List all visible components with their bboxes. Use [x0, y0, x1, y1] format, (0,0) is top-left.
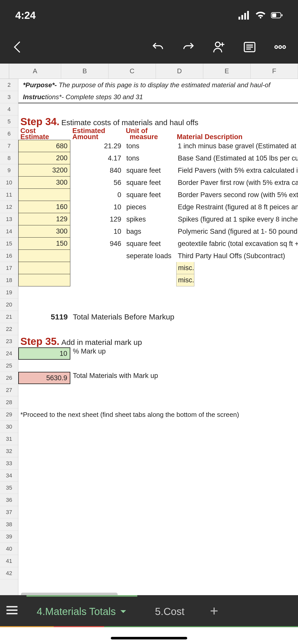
col-header[interactable]: D [156, 64, 203, 79]
desc-cell[interactable]: misc. [176, 274, 194, 286]
desc-cell[interactable]: Border Paver first row (with 5% extra ca… [176, 177, 298, 189]
amount-cell[interactable]: 0 [70, 189, 124, 201]
unit-cell[interactable] [124, 274, 176, 286]
cost-cell[interactable] [18, 262, 70, 274]
share-add-person-button[interactable] [211, 39, 227, 55]
table-row[interactable]: 30010bagsPolymeric Sand (figured at 1- 5… [18, 225, 298, 238]
row-number[interactable]: 28 [0, 396, 18, 408]
unit-cell[interactable]: tons [124, 140, 176, 152]
cost-cell[interactable]: 300 [18, 177, 70, 189]
spreadsheet-grid[interactable]: 2345678910111213141516171819202122232425… [0, 79, 298, 598]
row-number[interactable]: 7 [0, 140, 18, 152]
row-number[interactable]: 30 [0, 421, 18, 433]
cost-cell[interactable]: 150 [18, 238, 70, 250]
table-row[interactable]: 30056square feetBorder Paver first row (… [18, 177, 298, 189]
row-number[interactable]: 20 [0, 299, 18, 311]
row-number[interactable]: 18 [0, 274, 18, 286]
amount-cell[interactable]: 4.17 [70, 152, 124, 164]
row-number[interactable]: 11 [0, 189, 18, 201]
table-row[interactable]: 3200840square feetField Pavers (with 5% … [18, 164, 298, 177]
row-number[interactable]: 22 [0, 323, 18, 335]
desc-cell[interactable]: Third Party Haul Offs (Subcontract) [176, 250, 285, 262]
unit-cell[interactable]: square feet [124, 164, 176, 177]
cost-cell[interactable]: 300 [18, 225, 70, 238]
desc-cell[interactable]: Polymeric Sand (figured at 1- 50 pound b… [176, 225, 298, 238]
amount-cell[interactable] [70, 274, 124, 286]
row-number[interactable]: 2 [0, 79, 18, 91]
unit-cell[interactable]: tons [124, 152, 176, 164]
amount-cell[interactable]: 129 [70, 213, 124, 225]
row-number[interactable]: 5 [0, 115, 18, 128]
row-number[interactable]: 34 [0, 470, 18, 482]
row-number[interactable]: 36 [0, 494, 18, 506]
row-number[interactable]: 23 [0, 335, 18, 347]
row-number[interactable]: 6 [0, 128, 18, 140]
unit-cell[interactable]: square feet [124, 189, 176, 201]
row-number[interactable]: 10 [0, 177, 18, 189]
table-row[interactable]: 68021.29tons1 inch minus base gravel (Es… [18, 140, 298, 152]
sheet-tab[interactable]: 5.Cost [145, 595, 195, 626]
row-number[interactable]: 15 [0, 238, 18, 250]
unit-cell[interactable]: spikes [124, 213, 176, 225]
amount-cell[interactable]: 56 [70, 177, 124, 189]
row-number[interactable]: 12 [0, 201, 18, 213]
amount-cell[interactable]: 10 [70, 225, 124, 238]
markup-row[interactable]: 10% Mark up [18, 347, 106, 360]
desc-cell[interactable]: geotextile fabric (total excavation sq f… [176, 238, 298, 250]
sheet-tab-active[interactable]: 4.Materials Totals [26, 595, 137, 626]
row-number[interactable]: 21 [0, 311, 18, 323]
unit-cell[interactable]: pieces [124, 201, 176, 213]
desc-cell[interactable]: Spikes (figured at 1 spike every 8 inche… [176, 213, 298, 225]
sheets-menu-button[interactable] [5, 603, 19, 618]
row-number[interactable]: 19 [0, 286, 18, 299]
table-row[interactable]: misc. [18, 262, 194, 274]
table-row[interactable]: misc. [18, 274, 194, 286]
back-button[interactable] [10, 39, 25, 55]
row-number[interactable]: 17 [0, 262, 18, 274]
row-number[interactable]: 9 [0, 164, 18, 177]
row-number[interactable]: 32 [0, 445, 18, 457]
cost-cell[interactable]: 3200 [18, 164, 70, 177]
more-button[interactable] [273, 39, 288, 55]
cost-cell[interactable] [18, 274, 70, 286]
row-number[interactable]: 39 [0, 531, 18, 543]
cost-cell[interactable]: 129 [18, 213, 70, 225]
cost-cell[interactable] [18, 189, 70, 201]
row-number[interactable]: 29 [0, 408, 18, 421]
amount-cell[interactable]: 10 [70, 201, 124, 213]
table-row[interactable]: 0square feetBorder Pavers second row (wi… [18, 189, 298, 201]
col-header[interactable]: B [61, 64, 109, 79]
cost-cell[interactable] [18, 250, 70, 262]
unit-cell[interactable] [124, 262, 176, 274]
row-number[interactable]: 31 [0, 433, 18, 445]
desc-cell[interactable]: Border Pavers second row (with 5% extra … [176, 189, 298, 201]
amount-cell[interactable]: 21.29 [70, 140, 124, 152]
col-header[interactable]: E [203, 64, 251, 79]
cost-cell[interactable]: 160 [18, 201, 70, 213]
unit-cell[interactable]: square feet [124, 238, 176, 250]
amount-cell[interactable]: 946 [70, 238, 124, 250]
redo-button[interactable] [181, 39, 196, 55]
desc-cell[interactable]: 1 inch minus base gravel (Estimated at 1… [176, 140, 298, 152]
row-number[interactable]: 3 [0, 91, 18, 103]
cost-cell[interactable]: 680 [18, 140, 70, 152]
row-number[interactable]: 4 [0, 103, 18, 115]
row-number[interactable]: 13 [0, 213, 18, 225]
desc-cell[interactable]: Edge Restraint (figured at 8 ft peices a… [176, 201, 298, 213]
row-number[interactable]: 35 [0, 482, 18, 494]
cost-cell[interactable]: 200 [18, 152, 70, 164]
row-number[interactable]: 25 [0, 360, 18, 372]
table-row[interactable]: 129129spikesSpikes (figured at 1 spike e… [18, 213, 298, 225]
table-row[interactable]: 2004.17tonsBase Sand (Estimated at 105 l… [18, 152, 298, 164]
table-row[interactable]: 150946square feetgeotextile fabric (tota… [18, 238, 298, 250]
desc-cell[interactable]: Base Sand (Estimated at 105 lbs per cubi… [176, 152, 298, 164]
desc-cell[interactable]: misc. [176, 262, 194, 274]
col-header[interactable]: C [109, 64, 156, 79]
select-all-corner[interactable] [0, 64, 9, 79]
row-number[interactable]: 14 [0, 225, 18, 238]
add-sheet-button[interactable]: + [202, 603, 226, 619]
amount-cell[interactable]: 840 [70, 164, 124, 177]
unit-cell[interactable]: bags [124, 225, 176, 238]
row-number[interactable]: 42 [0, 567, 18, 579]
undo-button[interactable] [150, 39, 166, 55]
